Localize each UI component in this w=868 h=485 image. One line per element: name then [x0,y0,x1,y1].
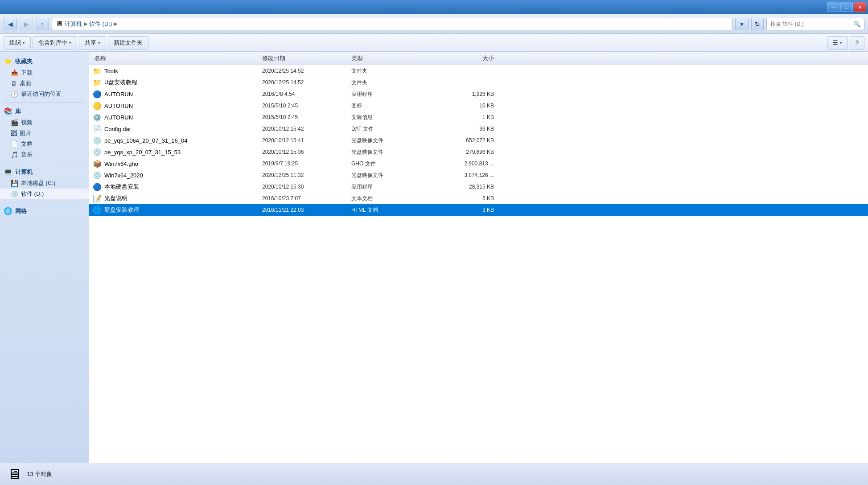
sidebar-item-software-disk[interactable]: 💿 软件 (D:) [0,189,89,199]
file-date: 2020/10/12 15:42 [262,126,351,132]
breadcrumb[interactable]: 🖥 计算机 ▶ 软件 (D:) ▶ [52,18,732,30]
help-button[interactable]: ? [850,36,864,49]
file-name: 💿 pe_yqs_xp_20_07_31_15_53 [93,148,262,156]
new-folder-label: 新建文件夹 [114,39,143,47]
dropdown-button[interactable]: ▼ [735,18,749,30]
sidebar-network-header[interactable]: 🌐 网络 [0,205,89,217]
col-type-header[interactable]: 类型 [351,54,432,62]
statusbar-icon: 🖥 [7,466,21,482]
file-type: 光盘映像文件 [351,137,432,144]
view-button[interactable]: ☰ ▾ [827,36,848,49]
share-label: 共享 [85,39,96,47]
include-arrow: ▾ [69,41,71,45]
recent-label: 最近访问的位置 [21,90,62,98]
sidebar-item-doc[interactable]: 📄 文档 [0,139,89,149]
file-area: 名称 修改日期 类型 大小 📁 Tools 2020/12/25 14:52 文… [89,52,868,463]
sidebar-favorites-section: ⭐ 收藏夹 📥 下载 🖥 桌面 🕐 最近访问的位置 [0,55,89,99]
library-label: 库 [15,107,21,115]
file-name: 🔵 AUTORUN [93,90,262,99]
table-row[interactable]: 🌐 硬盘安装教程 2016/11/21 22:03 HTML 文档 3 KB [89,204,868,216]
sidebar-item-video[interactable]: 🎬 视频 [0,117,89,128]
file-name: 📦 Win7x64.gho [93,160,262,168]
file-name: 📄 Config.dat [93,125,262,133]
minimize-button[interactable]: — [827,2,839,12]
sidebar-library-section: 📚 库 🎬 视频 🖼 图片 📄 文档 🎵 音乐 [0,105,89,160]
table-row[interactable]: 📝 光盘说明 2016/10/23 7:07 文本文档 5 KB [89,193,868,204]
sidebar-item-local-disk[interactable]: 💾 本地磁盘 (C:) [0,178,89,189]
include-library-button[interactable]: 包含到库中 ▾ [33,36,77,49]
forward-button[interactable]: ▶ [20,18,33,30]
file-name: 📝 光盘说明 [93,194,262,203]
file-date: 2020/12/25 14:52 [262,79,351,86]
file-icon: ⚙️ [93,113,102,122]
window-controls: — □ ✕ [827,2,866,12]
desktop-label: 桌面 [20,79,31,87]
doc-icon: 📄 [11,140,18,148]
col-name-header[interactable]: 名称 [93,54,262,62]
favorites-icon: ⭐ [4,57,12,66]
sidebar-library-header[interactable]: 📚 库 [0,105,89,117]
file-icon: 📦 [93,160,102,168]
statusbar-count: 13 个对象 [27,470,52,478]
file-type: 安装信息 [351,114,432,121]
file-name: 🔵 本地硬盘安装 [93,183,262,191]
file-type: GHO 文件 [351,160,432,168]
sidebar-item-music[interactable]: 🎵 音乐 [0,149,89,160]
table-row[interactable]: 🔵 本地硬盘安装 2020/10/12 15:30 应用程序 28,315 KB [89,181,868,193]
table-row[interactable]: 💿 Win7x64_2020 2020/12/25 11:32 光盘映像文件 3… [89,169,868,181]
file-icon: 📁 [93,67,102,75]
file-date: 2016/11/21 22:03 [262,207,351,213]
table-row[interactable]: 📁 Tools 2020/12/25 14:52 文件夹 [89,65,868,77]
search-bar[interactable]: 🔍 [766,18,864,30]
table-row[interactable]: 💿 pe_yqs_xp_20_07_31_15_53 2020/10/12 15… [89,146,868,158]
recent-icon: 🕐 [11,90,18,98]
close-button[interactable]: ✕ [854,2,866,12]
organize-button[interactable]: 组织 ▾ [4,36,31,49]
sidebar-favorites-header[interactable]: ⭐ 收藏夹 [0,55,89,67]
breadcrumb-sep-1: ▶ [84,21,87,27]
breadcrumb-software[interactable]: 软件 (D:) [89,20,112,28]
file-icon: 🟡 [93,102,102,110]
table-row[interactable]: ⚙️ AUTORUN 2015/5/10 2:45 安装信息 1 KB [89,111,868,123]
col-date-header[interactable]: 修改日期 [262,54,351,62]
file-date: 2020/10/12 15:36 [262,149,351,155]
file-list[interactable]: 📁 Tools 2020/12/25 14:52 文件夹 📁 U盘安装教程 20… [89,65,868,463]
file-size: 28,315 KB [432,184,494,190]
share-button[interactable]: 共享 ▾ [79,36,106,49]
file-size: 3,874,126 ... [432,172,494,178]
music-label: 音乐 [21,151,33,159]
col-size-header[interactable]: 大小 [432,54,494,62]
search-input[interactable] [770,21,853,27]
column-headers: 名称 修改日期 类型 大小 [89,52,868,65]
sidebar-item-desktop[interactable]: 🖥 桌面 [0,78,89,89]
sidebar: ⭐ 收藏夹 📥 下载 🖥 桌面 🕐 最近访问的位置 📚 库 [0,52,89,463]
new-folder-button[interactable]: 新建文件夹 [108,36,148,49]
sidebar-computer-header[interactable]: 💻 计算机 [0,166,89,178]
breadcrumb-computer[interactable]: 计算机 [65,20,82,28]
table-row[interactable]: 🔵 AUTORUN 2016/1/8 4:54 应用程序 1,926 KB [89,88,868,100]
up-button[interactable]: ↑ [36,18,49,30]
file-type: 应用程序 [351,183,432,191]
sidebar-item-recent[interactable]: 🕐 最近访问的位置 [0,89,89,99]
table-row[interactable]: 📦 Win7x64.gho 2019/9/7 19:25 GHO 文件 2,90… [89,158,868,169]
file-name: 📁 Tools [93,67,262,75]
refresh-button[interactable]: ↻ [751,18,764,30]
file-size: 5 KB [432,195,494,201]
sidebar-item-downloads[interactable]: 📥 下载 [0,67,89,78]
table-row[interactable]: 📁 U盘安装教程 2020/12/25 14:52 文件夹 [89,77,868,88]
back-button[interactable]: ◀ [4,18,17,30]
table-row[interactable]: 💿 pe_yqs_1064_20_07_31_16_04 2020/10/12 … [89,135,868,146]
include-label: 包含到库中 [38,39,67,47]
table-row[interactable]: 🟡 AUTORUN 2015/5/10 2:45 图标 10 KB [89,100,868,111]
help-icon: ? [856,39,859,46]
sidebar-item-image[interactable]: 🖼 图片 [0,128,89,139]
maximize-button[interactable]: □ [840,2,853,12]
file-type: DAT 文件 [351,125,432,133]
file-date: 2020/10/12 15:30 [262,184,351,190]
addressbar: ◀ ▶ ↑ 🖥 计算机 ▶ 软件 (D:) ▶ ▼ ↻ 🔍 [0,14,868,34]
local-disk-icon: 💾 [11,180,18,187]
local-disk-label: 本地磁盘 (C:) [21,179,55,187]
table-row[interactable]: 📄 Config.dat 2020/10/12 15:42 DAT 文件 36 … [89,123,868,135]
file-name: 💿 pe_yqs_1064_20_07_31_16_04 [93,136,262,145]
downloads-icon: 📥 [11,69,18,76]
